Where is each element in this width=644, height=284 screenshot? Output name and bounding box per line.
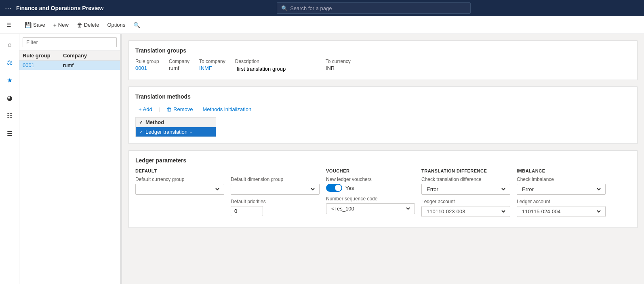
ledger-account-1-select[interactable]: 110110-023-003 [425, 208, 507, 215]
search-command-icon: 🔍 [133, 22, 140, 28]
imbalance-section-label: IMBALANCE [517, 168, 606, 173]
command-bar: ☰ 💾 Save + New 🗑 Delete Options 🔍 [0, 16, 644, 34]
new-ledger-vouchers-field: New ledger vouchers Yes [326, 177, 415, 192]
toggle-row: Yes [326, 184, 415, 192]
sidebar-time-icon[interactable]: ◕ [2, 90, 17, 105]
number-sequence-code-dropdown[interactable]: <Tes_100 [326, 203, 415, 214]
rule-group-field: Rule group 0001 [135, 59, 159, 71]
remove-method-button[interactable]: 🗑 Remove [163, 105, 196, 114]
method-table: ✓ Method ✓ Ledger translation ⌄ [135, 117, 216, 137]
delete-icon: 🗑 [77, 22, 82, 28]
default-section-label: DEFAULT [135, 168, 224, 173]
ledger-account-2-select[interactable]: 110115-024-004 [520, 208, 602, 215]
translation-diff-label: TRANSLATION DIFFERENCE [421, 168, 510, 173]
translation-diff-section: TRANSLATION DIFFERENCE Check translation… [421, 168, 510, 221]
rule-group-value[interactable]: 0001 [23, 62, 63, 68]
default-currency-group-dropdown[interactable] [135, 184, 224, 195]
description-input[interactable] [235, 65, 316, 73]
app-title: Finance and Operations Preview [16, 5, 103, 11]
options-button[interactable]: Options [104, 20, 128, 29]
ledger-account-2-label: Ledger account [517, 199, 606, 204]
ledger-account-1-dropdown[interactable]: 110110-023-003 [421, 206, 510, 217]
hamburger-icon: ☰ [6, 22, 11, 28]
delete-button[interactable]: 🗑 Delete [74, 20, 103, 30]
check-translation-diff-label: Check translation difference [421, 177, 510, 182]
translation-groups-fields: Rule group 0001 Company rumf To company … [135, 59, 631, 73]
hamburger-button[interactable]: ☰ [3, 20, 15, 29]
search-input[interactable] [290, 5, 466, 11]
ledger-account-2-dropdown[interactable]: 110115-024-004 [517, 206, 606, 217]
method-separator: | [159, 106, 160, 112]
filter-area [19, 34, 120, 51]
row-check-icon: ✓ [139, 129, 143, 135]
default-dimension-group-select[interactable] [234, 186, 316, 193]
to-currency-label: To currency [326, 59, 351, 64]
to-currency-field: To currency INR [326, 59, 351, 71]
list-table: Rule group Company 0001 rumf [19, 51, 120, 284]
to-company-display: INMF [199, 65, 225, 71]
remove-icon: 🗑 [166, 106, 172, 112]
default-dimension-group-field: Default dimension group [231, 177, 320, 195]
search-bar[interactable]: 🔍 [277, 2, 471, 14]
chevron-down-icon: ⌄ [189, 130, 192, 134]
translation-methods-title: Translation methods [135, 93, 631, 100]
voucher-section-label: VOUCHER [326, 168, 415, 173]
ledger-account-2-field: Ledger account 110115-024-004 [517, 199, 606, 217]
sidebar-filter-icon[interactable]: ⚖ [2, 55, 17, 69]
ledger-account-1-field: Ledger account 110110-023-003 [421, 199, 510, 217]
ledger-account-1-label: Ledger account [421, 199, 510, 204]
number-sequence-code-field: Number sequence code <Tes_100 [326, 196, 415, 214]
translation-groups-card: Translation groups Rule group 0001 Compa… [128, 40, 638, 80]
sidebar-star-icon[interactable]: ★ [2, 73, 17, 87]
grid-icon[interactable]: ⋯ [5, 4, 11, 12]
default-priorities-input[interactable] [231, 206, 263, 216]
new-ledger-vouchers-label: New ledger vouchers [326, 177, 415, 182]
default-currency-group-field: Default currency group [135, 177, 224, 195]
default-priorities-label: Default priorities [231, 199, 320, 204]
imbalance-section: IMBALANCE Check imbalance Error Ledger a… [517, 168, 606, 221]
add-method-button[interactable]: + Add [135, 105, 156, 114]
toggle-value-label: Yes [345, 185, 354, 191]
to-currency-display: INR [326, 65, 351, 71]
company-label: Company [169, 59, 189, 64]
check-translation-diff-dropdown[interactable]: Error [421, 184, 510, 195]
check-imbalance-dropdown[interactable]: Error [517, 184, 606, 195]
default-currency-group-select[interactable] [139, 186, 221, 193]
check-translation-diff-select[interactable]: Error [425, 186, 507, 193]
save-icon: 💾 [25, 22, 32, 28]
rule-group-label: Rule group [135, 59, 159, 64]
method-value-label: Ledger translation [145, 129, 187, 135]
main-content: Translation groups Rule group 0001 Compa… [122, 34, 644, 284]
search-command-button[interactable]: 🔍 [130, 20, 143, 30]
sidebar-table-icon[interactable]: ☷ [2, 108, 17, 123]
new-icon: + [53, 22, 57, 28]
sidebar-home-icon[interactable]: ⌂ [2, 37, 17, 52]
check-imbalance-label: Check imbalance [517, 177, 606, 182]
methods-toolbar: + Add | 🗑 Remove Methods initialization [135, 105, 631, 114]
voucher-section: VOUCHER New ledger vouchers Yes Number s… [326, 168, 415, 221]
method-value-button[interactable]: Ledger translation ⌄ [145, 129, 192, 135]
method-data-row[interactable]: ✓ Ledger translation ⌄ [136, 127, 216, 137]
number-sequence-code-select[interactable]: <Tes_100 [330, 205, 411, 212]
number-sequence-code-label: Number sequence code [326, 196, 415, 202]
filter-input[interactable] [23, 37, 117, 47]
toggle-thumb [335, 185, 341, 191]
methods-init-button[interactable]: Methods initialization [199, 105, 255, 114]
search-icon: 🔍 [281, 5, 288, 11]
sidebar-icons: ⌂ ⚖ ★ ◕ ☷ ☰ [0, 34, 19, 284]
company-display: rumf [169, 65, 189, 71]
default-dimension-group-dropdown[interactable] [231, 184, 320, 195]
method-col-label: Method [145, 119, 164, 125]
to-company-field: To company INMF [199, 59, 225, 71]
default-currency-group-label: Default currency group [135, 177, 224, 182]
sidebar-list-icon[interactable]: ☰ [2, 126, 17, 141]
list-item[interactable]: 0001 rumf [19, 61, 120, 70]
save-button[interactable]: 💾 Save [21, 20, 48, 30]
separator [18, 20, 18, 30]
ledger-parameters-card: Ledger parameters DEFAULT Default curren… [128, 150, 638, 228]
new-ledger-vouchers-toggle[interactable] [326, 184, 342, 192]
description-field: Description [235, 59, 316, 73]
check-imbalance-select[interactable]: Error [520, 186, 602, 193]
new-button[interactable]: + New [50, 20, 72, 30]
method-header: ✓ Method [136, 118, 216, 127]
